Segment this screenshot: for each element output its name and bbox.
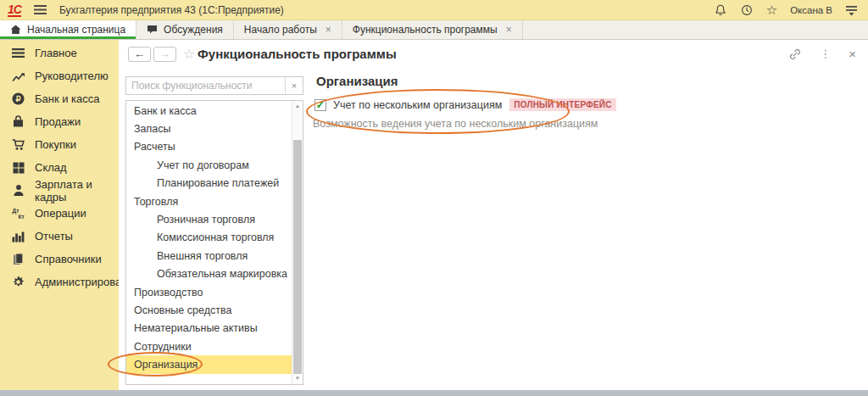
sidebar-item-label: Зарплата и кадры: [35, 178, 119, 204]
more-menu-icon[interactable]: ⋮: [820, 48, 831, 60]
forward-button[interactable]: →: [153, 47, 176, 62]
full-interface-badge: ПОЛНЫЙ ИНТЕРФЕЙС: [509, 98, 615, 111]
tab-close-icon[interactable]: ×: [506, 24, 512, 36]
tab-getting-started[interactable]: Начало работы ×: [234, 20, 342, 39]
book-icon: [11, 252, 25, 266]
notifications-bell-icon[interactable]: [714, 3, 727, 17]
barchart-icon: [11, 229, 25, 243]
tab-program-functionality[interactable]: Функциональность программы ×: [342, 20, 523, 39]
list-item[interactable]: Сотрудники: [126, 337, 292, 355]
titlebar: 1С Бухгалтерия предприятия 43 (1С:Предпр…: [0, 0, 868, 20]
tab-home-page[interactable]: Начальная страница: [0, 20, 136, 39]
tab-label: Обсуждения: [164, 24, 223, 36]
main-content: ← → ☆ Функциональность программы ⋮ × × Б…: [119, 40, 868, 390]
sidebar-item-label: Операции: [35, 207, 86, 220]
home-icon: [10, 25, 21, 35]
sidebar-item-label: Продажи: [35, 115, 81, 128]
main-menu-icon[interactable]: [34, 4, 47, 15]
multi-org-label[interactable]: Учет по нескольким организациям: [333, 99, 502, 111]
link-icon[interactable]: [788, 47, 802, 61]
chat-icon: [147, 25, 158, 35]
sidebar-item-sklad[interactable]: Склад: [0, 156, 119, 179]
back-button[interactable]: ←: [128, 47, 151, 62]
multi-org-description: Возможность ведения учета по нескольким …: [313, 118, 598, 130]
search-clear-icon[interactable]: ×: [285, 77, 303, 94]
sidebar-item-bank-i-kassa[interactable]: ₽ Банк и касса: [0, 87, 119, 110]
sidebar-item-prodazhi[interactable]: Продажи: [0, 110, 119, 133]
history-icon[interactable]: [740, 3, 754, 17]
scrollbar-thumb[interactable]: [293, 140, 302, 374]
list-item[interactable]: Производство: [126, 283, 292, 301]
multi-org-checkbox[interactable]: ✓: [314, 99, 326, 111]
service-menu-icon[interactable]: [845, 4, 858, 16]
list-item[interactable]: Внешняя торговля: [126, 247, 292, 265]
search-input[interactable]: [126, 77, 285, 94]
warehouse-icon: [11, 160, 25, 175]
functionality-list: Банк и касса Запасы Расчеты Учет по дого…: [125, 100, 303, 385]
sidebar-item-operatsii[interactable]: ДтКт Операции: [0, 202, 119, 225]
sidebar-item-label: Склад: [35, 161, 67, 174]
tab-label: Начало работы: [244, 24, 317, 36]
list-item[interactable]: Обязательная маркировка: [126, 265, 292, 283]
list-item[interactable]: Запасы: [126, 120, 292, 137]
search-box: ×: [125, 76, 303, 95]
cart-icon: [11, 137, 25, 152]
window-bottom-edge: [0, 390, 868, 396]
dtkt-icon: ДтКт: [11, 206, 25, 220]
favorite-star-icon[interactable]: ☆: [183, 47, 195, 62]
page-title: Функциональность программы: [198, 47, 397, 61]
sidebar-item-pokupki[interactable]: Покупки: [0, 133, 119, 156]
app-window: 1С Бухгалтерия предприятия 43 (1С:Предпр…: [0, 0, 868, 396]
scroll-up-icon[interactable]: ▲: [292, 101, 303, 111]
bag-icon: [11, 114, 25, 129]
list-item[interactable]: Основные средства: [126, 301, 292, 319]
multi-org-option: ✓ Учет по нескольким организациям ПОЛНЫЙ…: [314, 98, 616, 111]
close-form-icon[interactable]: ×: [849, 48, 856, 60]
svg-text:₽: ₽: [15, 94, 20, 103]
sidebar-item-label: Главное: [35, 47, 77, 59]
tab-label: Функциональность программы: [353, 24, 498, 36]
sidebar-item-label: Отчеты: [35, 230, 73, 243]
1c-logo: 1С: [8, 3, 21, 17]
list-item[interactable]: Торговля: [126, 192, 292, 210]
trend-icon: [11, 69, 25, 83]
sidebar-item-label: Руководителю: [35, 70, 108, 82]
list-item[interactable]: Комиссионная торговля: [126, 229, 292, 247]
scrollbar[interactable]: ▲ ▼: [292, 101, 303, 384]
sidebar-item-zarplata-i-kadry[interactable]: Зарплата и кадры: [0, 179, 119, 202]
list-item[interactable]: Планирование платежей: [126, 175, 292, 192]
svg-text:Кт: Кт: [18, 214, 24, 220]
list-item[interactable]: Расчеты: [126, 138, 292, 156]
ruble-icon: ₽: [11, 92, 25, 106]
tab-label: Начальная страница: [27, 24, 125, 36]
person-icon: [11, 183, 25, 198]
tabbar: Начальная страница Обсуждения Начало раб…: [0, 20, 868, 40]
tab-close-icon[interactable]: ×: [326, 24, 331, 36]
list-item[interactable]: Нематериальные активы: [126, 320, 292, 337]
sidebar-item-otchety[interactable]: Отчеты: [0, 225, 119, 248]
favorites-star-icon[interactable]: ☆: [766, 3, 777, 16]
gear-icon: [11, 275, 25, 289]
scroll-down-icon[interactable]: ▼: [292, 373, 303, 383]
list-item-selected[interactable]: Организация: [126, 355, 292, 373]
sidebar-item-spravochniki[interactable]: Справочники: [0, 248, 119, 271]
sidebar-item-label: Банк и касса: [35, 92, 100, 105]
app-title: Бухгалтерия предприятия 43 (1С:Предприят…: [59, 4, 284, 16]
sidebar-item-administrirovanie[interactable]: Администрирование: [0, 271, 119, 293]
sidebar: Главное Руководителю ₽ Банк и касса Прод…: [0, 40, 119, 390]
list-item[interactable]: Учет по договорам: [126, 156, 292, 174]
sidebar-item-glavnoe[interactable]: Главное: [0, 42, 119, 64]
current-user[interactable]: Оксана В: [790, 5, 832, 15]
sections-icon: [11, 46, 25, 60]
list-item[interactable]: Розничная торговля: [126, 210, 292, 228]
tab-discussions[interactable]: Обсуждения: [136, 20, 234, 39]
sidebar-item-rukovoditelyu[interactable]: Руководителю: [0, 64, 119, 87]
list-item[interactable]: Банк и касса: [126, 102, 292, 120]
sidebar-item-label: Справочники: [35, 253, 102, 265]
section-heading: Организация: [316, 74, 398, 88]
sidebar-item-label: Покупки: [35, 138, 76, 151]
